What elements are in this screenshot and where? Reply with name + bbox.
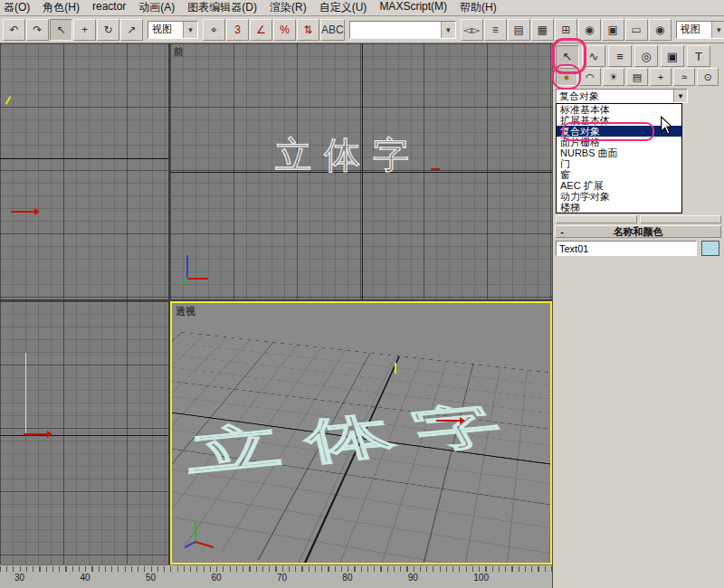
dropdown-item[interactable]: 面片栅格	[557, 137, 681, 147]
select-rotate-icon[interactable]: ↻	[97, 19, 119, 41]
dropdown-item[interactable]: 标准基本体	[557, 104, 681, 115]
object-name-input[interactable]	[556, 241, 697, 256]
ruler-ticks	[0, 566, 552, 572]
render-frame-icon[interactable]: ▭	[625, 19, 648, 41]
quick-render-icon[interactable]: ◉	[649, 19, 672, 41]
create-tab-icon[interactable]: ↖	[556, 45, 579, 67]
toolbar-view-combo[interactable]: 视图 ▾	[148, 21, 198, 39]
systems-category-icon[interactable]: ⊙	[697, 68, 719, 86]
shape-fragment	[25, 353, 26, 435]
track-bar[interactable]: 30405060708090100	[0, 564, 552, 588]
dropdown-item[interactable]: AEC 扩展	[557, 180, 681, 191]
menu-item[interactable]: 自定义(U)	[319, 0, 367, 15]
ruler-tick-label: 90	[408, 573, 418, 583]
space-warps-category-icon[interactable]: ≈	[673, 68, 695, 86]
menu-item[interactable]: reactor	[92, 0, 126, 15]
named-selection-combo[interactable]: ▾	[349, 21, 456, 39]
lights-category-icon[interactable]: ☀	[603, 68, 624, 86]
main-toolbar: ↶↷↖+↻↗ 视图 ▾ ⌖3∠%⇅ABC ▾ ◅▻≡▤▦⊞◉▣▭◉ 视图 ▾ ▦	[0, 16, 724, 43]
menu-bar: 器(O)角色(H)reactor动画(A)图表编辑器(D)渲染(R)自定义(U)…	[0, 0, 724, 16]
ground-plane-grid: 立体字	[170, 332, 552, 564]
mirror-icon[interactable]: ◅▻	[461, 19, 483, 41]
collapse-icon: -	[556, 226, 568, 237]
ruler-tick-label: 80	[342, 573, 352, 583]
motion-tab-icon[interactable]: ◎	[634, 45, 658, 67]
schematic-view-icon[interactable]: ⊞	[555, 19, 577, 41]
shape-fragment	[5, 96, 12, 105]
geometry-category-icon[interactable]: ●	[556, 68, 577, 86]
dropdown-item[interactable]: NURBS 曲面	[557, 147, 681, 158]
ruler-tick-label: 60	[211, 573, 221, 583]
helpers-category-icon[interactable]: +	[650, 68, 672, 86]
material-editor-icon[interactable]: ◉	[578, 19, 601, 41]
ruler-tick-label: 30	[14, 573, 24, 583]
menu-item[interactable]: 器(O)	[4, 0, 30, 15]
select-object-icon[interactable]: ↖	[50, 19, 72, 41]
modify-tab-icon[interactable]: ∿	[582, 45, 605, 67]
toolbar-right-view-combo[interactable]: 视图 ▾	[676, 21, 724, 39]
dropdown-item[interactable]: 门	[557, 158, 681, 169]
x-axis-gizmo-icon	[24, 431, 52, 438]
object-type-button-partial	[556, 215, 637, 223]
layer-manager-icon[interactable]: ▤	[508, 19, 530, 41]
object-color-swatch[interactable]	[701, 241, 719, 256]
dropdown-item[interactable]: 窗	[557, 169, 681, 180]
ruler-tick-label: 50	[146, 573, 156, 583]
grid-axis-horizontal	[0, 158, 168, 159]
viewport-label[interactable]: 前	[174, 45, 184, 59]
viewport-area: 前 立体字 透视 立体字	[0, 43, 552, 564]
viewport-front[interactable]: 前 立体字	[170, 43, 552, 299]
select-move-icon[interactable]: +	[73, 19, 96, 41]
reference-coordinate-icon[interactable]: ⌖	[203, 19, 225, 41]
text-object[interactable]: 立体字	[275, 130, 422, 180]
dropdown-item[interactable]: 楼梯	[557, 202, 681, 213]
axis-tripod-icon	[179, 251, 212, 286]
viewport-top[interactable]	[0, 43, 168, 299]
undo-icon[interactable]: ↶	[3, 19, 25, 41]
ruler-tick-label: 70	[277, 573, 287, 583]
x-axis-gizmo-icon	[431, 168, 440, 170]
menu-item[interactable]: 图表编辑器(D)	[187, 0, 257, 15]
x-axis-gizmo-icon	[436, 417, 465, 424]
angle-snap-icon[interactable]: ∠	[250, 19, 272, 41]
name-color-rollout-header[interactable]: - 名称和颜色	[555, 225, 721, 238]
dropdown-item[interactable]: 动力学对象	[557, 191, 681, 202]
ruler-tick-label: 100	[473, 573, 489, 583]
cameras-category-icon[interactable]: ▤	[626, 68, 648, 86]
object-type-button-partial	[640, 215, 721, 223]
menu-item[interactable]: MAXScript(M)	[379, 0, 447, 15]
redo-icon[interactable]: ↷	[26, 19, 49, 41]
hierarchy-tab-icon[interactable]: ≡	[608, 45, 632, 67]
render-setup-icon[interactable]: ▣	[602, 19, 624, 41]
snap-toggle-icon[interactable]: 3	[226, 19, 249, 41]
viewport-label[interactable]: 透视	[176, 305, 195, 318]
shapes-category-icon[interactable]: ◠	[579, 68, 601, 86]
align-icon[interactable]: ≡	[484, 19, 507, 41]
viewport-left[interactable]	[0, 301, 168, 564]
ruler-tick-label: 40	[80, 573, 90, 583]
named-selection-icon[interactable]: ABC	[320, 19, 345, 41]
text-object[interactable]: 立体字	[188, 394, 544, 490]
pivot-marker	[395, 363, 396, 374]
menu-item[interactable]: 动画(A)	[138, 0, 175, 15]
axis-tripod-icon	[183, 517, 215, 551]
menu-item[interactable]: 渲染(R)	[270, 0, 307, 15]
name-color-row	[556, 241, 719, 256]
max-application-window: 器(O)角色(H)reactor动画(A)图表编辑器(D)渲染(R)自定义(U)…	[0, 0, 724, 588]
chevron-down-icon: ▾	[441, 22, 455, 38]
chevron-down-icon: ▾	[183, 22, 197, 38]
chevron-down-icon: ▾	[711, 22, 724, 38]
menu-item[interactable]: 角色(H)	[43, 0, 80, 15]
category-combo[interactable]: 复合对象 ▾	[556, 89, 688, 103]
chevron-down-icon: ▾	[673, 90, 687, 102]
display-tab-icon[interactable]: ▣	[661, 45, 684, 67]
x-axis-gizmo-icon	[11, 208, 40, 215]
curve-editor-icon[interactable]: ▦	[531, 19, 554, 41]
viewport-perspective[interactable]: 透视 立体字	[170, 301, 552, 564]
utilities-tab-icon[interactable]: T	[687, 45, 710, 67]
percent-snap-icon[interactable]: %	[273, 19, 296, 41]
select-scale-icon[interactable]: ↗	[120, 19, 143, 41]
spinner-snap-icon[interactable]: ⇅	[297, 19, 319, 41]
command-panel: ↖∿≡◎▣T ●◠☀▤+≈⊙ 复合对象 ▾ - 名称和颜色 标准基本体扩展基本体…	[552, 43, 724, 588]
menu-item[interactable]: 帮助(H)	[460, 0, 497, 15]
